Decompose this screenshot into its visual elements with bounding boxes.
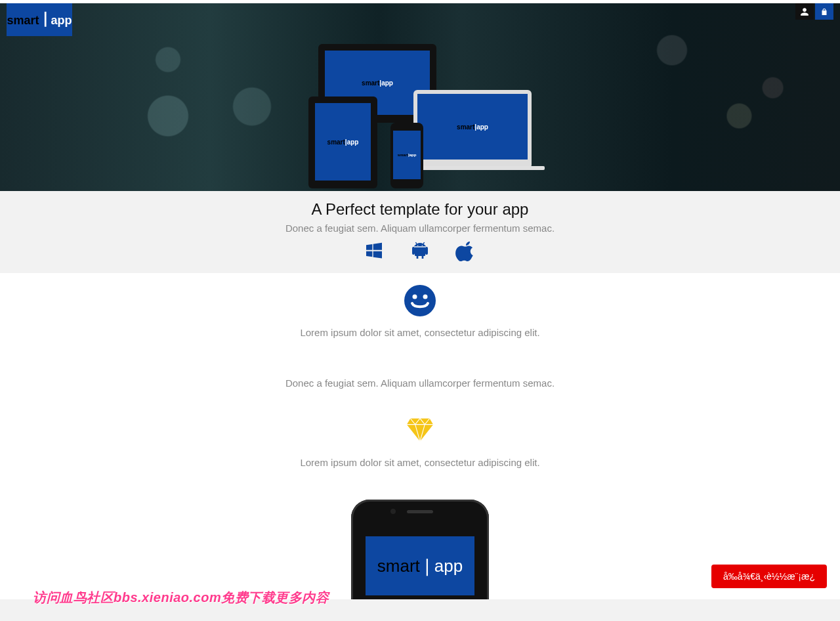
device-laptop: smart|app	[413, 90, 532, 169]
intro-heading: A Perfect template for your app	[0, 200, 840, 219]
device-tablet: smart|app	[308, 96, 377, 188]
leaf-icon: ❘	[39, 10, 51, 26]
feature-diamond: Lorem ipsum dolor sit amet, consectetur …	[0, 415, 840, 468]
download-template-button[interactable]: å‰å¾€ä¸‹è½½æ¨¡æ¿	[711, 565, 827, 588]
apple-icon[interactable]	[455, 240, 476, 261]
platform-row	[0, 240, 840, 261]
watermark-text: 访问血鸟社区bbs.xieniao.com免费下载更多内容	[33, 589, 329, 607]
hero: smart|app smart|app smart|app smart|app	[0, 3, 840, 191]
feature-smile: Lorem ipsum dolor sit amet, consectetur …	[0, 285, 840, 389]
features: Lorem ipsum dolor sit amet, consectetur …	[0, 273, 840, 468]
topbar-icons	[794, 3, 833, 20]
device-mockup: smart|app smart|app smart|app smart|app	[308, 44, 532, 188]
intro-subtext: Donec a feugiat sem. Aliquam ullamcorper…	[0, 223, 840, 234]
svg-point-1	[413, 295, 417, 299]
big-phone-mockup: smart❘app	[351, 500, 489, 599]
phone-camera	[390, 509, 396, 514]
feature-diamond-text: Lorem ipsum dolor sit amet, consectetur …	[0, 457, 840, 468]
svg-point-2	[423, 295, 428, 299]
feature-smile-sub: Donec a feugiat sem. Aliquam ullamcorper…	[0, 377, 840, 389]
smile-icon	[404, 285, 436, 316]
user-icon[interactable]	[795, 3, 814, 20]
logo-part2: app	[51, 14, 72, 27]
windows-icon[interactable]	[364, 240, 385, 261]
android-icon[interactable]	[410, 240, 430, 261]
logo[interactable]: smart❘app	[7, 3, 72, 36]
lock-icon[interactable]	[815, 3, 833, 20]
intro-banner: A Perfect template for your app Donec a …	[0, 191, 840, 273]
logo-part1: smart	[7, 14, 39, 27]
phone-speaker	[407, 510, 433, 513]
feature-smile-text: Lorem ipsum dolor sit amet, consectetur …	[0, 327, 840, 338]
svg-point-0	[404, 285, 436, 316]
logo-text: smart❘app	[7, 11, 72, 28]
device-phone: smart|app	[390, 123, 423, 188]
diamond-icon	[404, 415, 436, 446]
big-phone-screen: smart❘app	[366, 536, 474, 595]
